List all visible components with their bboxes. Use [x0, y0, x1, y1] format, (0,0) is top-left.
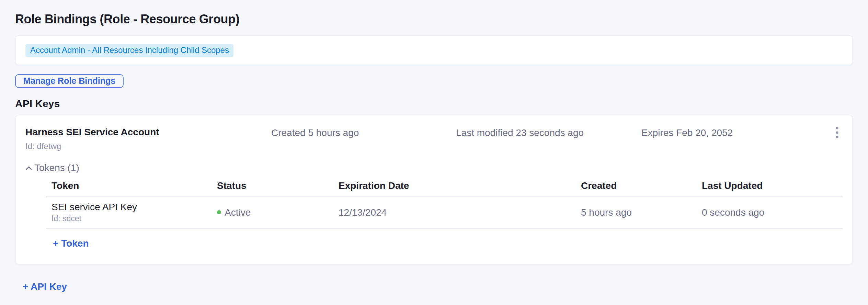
token-cell: SEI service API Key Id: sdcet: [46, 201, 212, 223]
api-key-id: Id: dfetwg: [25, 142, 271, 151]
main-content: Role Bindings (Role - Resource Group) Ac…: [0, 0, 868, 293]
tokens-toggle-label: Tokens (1): [34, 162, 79, 174]
status-cell: Active: [212, 206, 333, 218]
status-label: Active: [225, 206, 251, 218]
api-key-name: Harness SEI Service Account: [25, 126, 271, 138]
role-binding-tag[interactable]: Account Admin - All Resources Including …: [25, 44, 234, 57]
api-key-menu-button[interactable]: [832, 126, 843, 139]
status-badge: Active: [217, 206, 333, 218]
page: Role Bindings (Role - Resource Group) Ac…: [0, 0, 868, 305]
last-updated-cell: 0 seconds ago: [696, 206, 821, 218]
api-key-last-modified: Last modified 23 seconds ago: [456, 126, 641, 139]
table-row[interactable]: SEI service API Key Id: sdcet Active 12/…: [46, 196, 843, 229]
header-token: Token: [46, 180, 212, 192]
expiration-date-cell: 12/13/2024: [333, 206, 575, 218]
api-key-header-row: Harness SEI Service Account Id: dfetwg C…: [25, 126, 843, 151]
tokens-collapse-toggle[interactable]: Tokens (1): [25, 162, 79, 174]
header-expiration-date: Expiration Date: [333, 180, 575, 192]
role-bindings-title: Role Bindings (Role - Resource Group): [15, 0, 853, 27]
add-api-key-button[interactable]: + API Key: [23, 281, 67, 292]
created-cell: 5 hours ago: [575, 206, 696, 218]
token-id: Id: sdcet: [52, 214, 212, 223]
add-token-button[interactable]: + Token: [53, 238, 89, 249]
api-key-created: Created 5 hours ago: [271, 126, 456, 139]
role-bindings-card: Account Admin - All Resources Including …: [15, 35, 853, 65]
api-key-card: Harness SEI Service Account Id: dfetwg C…: [15, 115, 853, 264]
token-name: SEI service API Key: [52, 201, 212, 212]
api-key-info: Harness SEI Service Account Id: dfetwg: [25, 126, 271, 151]
manage-role-bindings-button[interactable]: Manage Role Bindings: [15, 74, 124, 88]
token-menu-button[interactable]: [830, 206, 843, 218]
header-created: Created: [575, 180, 696, 192]
tokens-table: Token Status Expiration Date Created Las…: [46, 180, 843, 249]
header-status: Status: [212, 180, 333, 192]
status-dot-icon: [217, 210, 221, 214]
tokens-table-header: Token Status Expiration Date Created Las…: [46, 180, 843, 196]
chevron-up-icon: [25, 166, 32, 170]
api-keys-title: API Keys: [15, 98, 853, 110]
kebab-menu-icon: [836, 126, 838, 139]
header-last-updated: Last Updated: [696, 180, 821, 192]
api-key-expires: Expires Feb 20, 2052: [641, 126, 832, 139]
